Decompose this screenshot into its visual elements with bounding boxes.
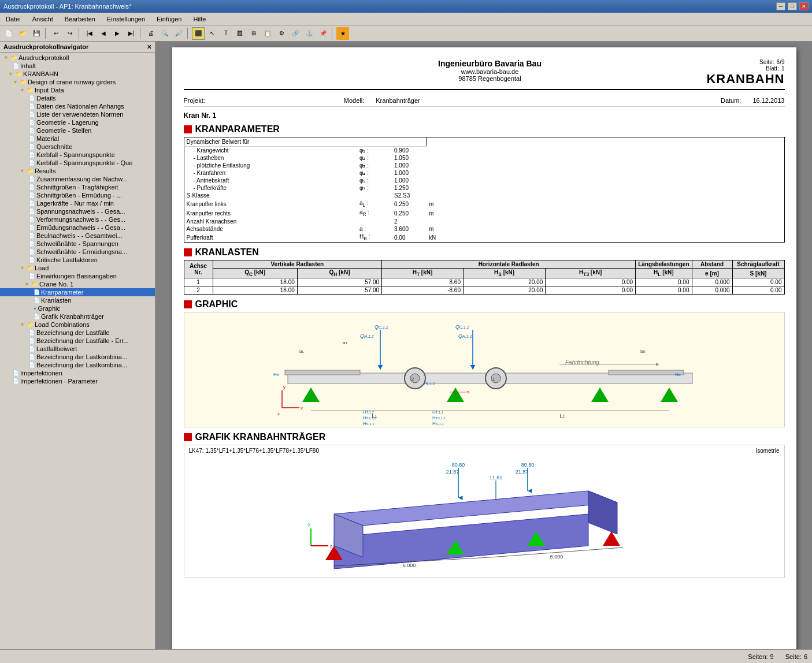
tb-table[interactable]: ⊞ — [247, 27, 260, 40]
param-label: - Lastheben — [184, 154, 357, 162]
beam-right — [588, 491, 617, 534]
tree-item-zusammen[interactable]: 📄 Zusammenfassung der Nachw... — [0, 175, 155, 183]
close-button[interactable]: ✕ — [799, 2, 809, 10]
tree-label: Results — [35, 167, 56, 174]
tb-zoom-out[interactable]: 🔎 — [172, 27, 185, 40]
tree-item-design[interactable]: ▼ 📁 Design of crane runway girders — [0, 78, 155, 86]
tree-item-lastfall[interactable]: 📄 Lastfallbeiwert — [0, 345, 155, 353]
tree-item-bez-kombi2[interactable]: 📄 Bezeichnung der Lastkombina... — [0, 361, 155, 369]
tree-item-krit-last[interactable]: 📄 Kritische Lastfaktoren — [0, 256, 155, 264]
tb-image[interactable]: 🖼 — [233, 27, 246, 40]
tree-item-crane1[interactable]: ▼ 📁 Crane No. 1 — [0, 280, 155, 288]
tree-label: Input Data — [35, 87, 64, 94]
val-1161: 11.61 — [489, 475, 502, 481]
table-header-row2: QC [kN] QH [kN] HT [kN] HS [kN] HT3 [kN]… — [184, 269, 784, 278]
tree-item-bez-kombi1[interactable]: 📄 Bezeichnung der Lastkombina... — [0, 353, 155, 361]
toolbar: 📄 📂 💾 ↩ ↪ |◀ ◀ ▶ ▶| 🖨 🔍 🔎 ⬛ ↖ T 🖼 ⊞ 📋 ⚙ … — [0, 25, 812, 42]
menu-hilfe[interactable]: Hilfe — [190, 14, 209, 24]
tree-item-material[interactable]: 📄 Material — [0, 135, 155, 143]
tb-new[interactable]: 📄 — [2, 27, 15, 40]
tb-cursor[interactable]: ↖ — [206, 27, 218, 40]
tree-item-graphic[interactable]: ● Graphic — [0, 304, 155, 312]
param-empty — [427, 137, 784, 147]
svg-rect-2 — [285, 370, 360, 375]
tb-settings[interactable]: ⚙ — [275, 27, 288, 40]
tb-select[interactable]: ⬛ — [192, 27, 205, 40]
th-horiz-rad: Horizontale Radlasten — [382, 260, 636, 269]
tb-print[interactable]: 🖨 — [144, 27, 157, 40]
th-vert-rad: Vertikale Radlasten — [213, 260, 382, 269]
menu-einfuegen[interactable]: Einfügen — [153, 14, 185, 24]
tb-prev[interactable]: ◀ — [97, 27, 110, 40]
tree-item-kranparameter[interactable]: 📄 Kranparameter — [0, 288, 155, 296]
modell-label: Modell: — [344, 97, 364, 104]
tree-item-kranlasten[interactable]: 📄 Kranlasten — [0, 296, 155, 304]
tree-item-geo-lag[interactable]: 📄 Geometrie - Lagerung — [0, 118, 155, 126]
param-label: - Pufferkräfte — [184, 184, 357, 192]
menu-datei[interactable]: Datei — [2, 14, 24, 24]
tb-page[interactable]: 📋 — [261, 27, 274, 40]
td-e1: 0.000 — [692, 278, 732, 286]
param-label-dynbeiwert: Dynamischer Beiwert für — [184, 137, 427, 147]
tree-item-liste[interactable]: 📄 Liste der verwendeten Normen — [0, 110, 155, 118]
tree-item-schnitt-erm[interactable]: 📄 Schnittgrößen - Ermüdung - ... — [0, 191, 155, 199]
table-row: - Antriebskraft φ₅ : 1.000 — [184, 177, 784, 184]
tree-item-imperfek[interactable]: 📄 Imperfektionen — [0, 369, 155, 377]
tb-sep4 — [187, 28, 190, 39]
tb-first[interactable]: |◀ — [83, 27, 96, 40]
tree-item-grafik-kran[interactable]: 📄 Grafik Kranbahnträger — [0, 312, 155, 321]
tree-item-schnitt-trag[interactable]: 📄 Schnittgrößen - Tragfähigkeit — [0, 183, 155, 191]
tb-extra[interactable]: 📌 — [317, 27, 329, 40]
tree-item-ermudung[interactable]: 📄 Ermüdungsnachweis - - Gesa... — [0, 224, 155, 232]
tree-item-ausdruckprotokoll[interactable]: ▼ 📁 Ausdruckprotokoll — [0, 54, 155, 62]
tree-item-spannung[interactable]: 📄 Spannungsnachweis - - Gesa... — [0, 207, 155, 215]
tb-zoom-in[interactable]: 🔍 — [158, 27, 171, 40]
tree-item-quer[interactable]: 📄 Querschnitte — [0, 143, 155, 151]
menu-bearbeiten[interactable]: Bearbeiten — [61, 14, 99, 24]
td-achse2: 2 — [184, 286, 213, 295]
tree-item-schweiss-erm[interactable]: 📄 Schweißnähte - Ermüdungsna... — [0, 248, 155, 256]
tb-last[interactable]: ▶| — [125, 27, 138, 40]
tree-item-kranbahn[interactable]: ▼ 📁 KRANBAHN — [0, 70, 155, 78]
grafik-kran-svg: 80.80 80.80 21.87 21.87 11.61 — [184, 456, 784, 572]
tree-item-kerbfall2[interactable]: 📄 Kerbfall - Spannungspunkte - Que — [0, 159, 155, 167]
tree-item-results[interactable]: ▼ 📁 Results — [0, 167, 155, 175]
seite-label: Seite: — [759, 59, 774, 65]
tree-item-bez-last[interactable]: 📄 Bezeichnung der Lastfälle — [0, 329, 155, 337]
tree-item-einwirkungen[interactable]: 📄 Einwirkungen Basisangaben — [0, 272, 155, 280]
tb-undo[interactable]: ↩ — [50, 27, 62, 40]
tb-special[interactable]: ★ — [336, 27, 349, 40]
tb-link[interactable]: 🔗 — [289, 27, 302, 40]
tree-item-verform[interactable]: 📄 Verformungsnachweis - - Ges... — [0, 215, 155, 224]
doc-icon: 📄 — [29, 120, 35, 125]
tb-next[interactable]: ▶ — [111, 27, 124, 40]
tb-text[interactable]: T — [220, 27, 232, 40]
tb-open[interactable]: 📂 — [16, 27, 29, 40]
tree-item-inputdata[interactable]: ▼ 📁 Input Data — [0, 86, 155, 94]
tree-label: Einwirkungen Basisangaben — [36, 273, 117, 280]
td-ht2: -8.60 — [382, 286, 464, 295]
tree-item-bez-last-err[interactable]: 📄 Bezeichnung der Lastfälle - Err... — [0, 337, 155, 345]
tree-item-kerbfall1[interactable]: 📄 Kerbfall - Spannungspunkte — [0, 151, 155, 159]
tb-anchor[interactable]: ⚓ — [303, 27, 316, 40]
menu-ansicht[interactable]: Ansicht — [29, 14, 57, 24]
tree-item-load-comb[interactable]: ▼ 📁 Load Combinations — [0, 321, 155, 329]
tree-item-details[interactable]: 📄 Details — [0, 94, 155, 102]
tree-item-imperfek-param[interactable]: 📄 Imperfektionen - Parameter — [0, 377, 155, 385]
menu-einstellungen[interactable]: Einstellungen — [103, 14, 149, 24]
tree-item-beul[interactable]: 📄 Beulnachweis - - Gesamtwei... — [0, 232, 155, 240]
maximize-button[interactable]: □ — [788, 2, 797, 10]
tree-item-lager[interactable]: 📄 Lagerkräfte - Nur max / min — [0, 199, 155, 207]
tb-redo[interactable]: ↪ — [64, 27, 76, 40]
navigator-close[interactable]: ✕ — [147, 44, 151, 50]
tree-item-daten[interactable]: 📄 Daten des Nationalen Anhangs — [0, 102, 155, 110]
tb-save[interactable]: 💾 — [30, 27, 43, 40]
tree-item-geo-stei[interactable]: 📄 Geometrie - Steifen — [0, 126, 155, 135]
bl-label: bL — [299, 349, 304, 354]
content-area[interactable]: Ingenieurbüro Bavaria Bau www.bavaria-ba… — [156, 42, 812, 649]
tree-item-schweiss-sp[interactable]: 📄 Schweißnähte - Spannungen — [0, 240, 155, 248]
minimize-button[interactable]: ─ — [776, 2, 785, 10]
tree-item-load[interactable]: ▼ 📁 Load — [0, 264, 155, 272]
doc-icon: 📄 — [29, 217, 35, 222]
tree-item-inhalt[interactable]: 📄 Inhalt — [0, 62, 155, 70]
